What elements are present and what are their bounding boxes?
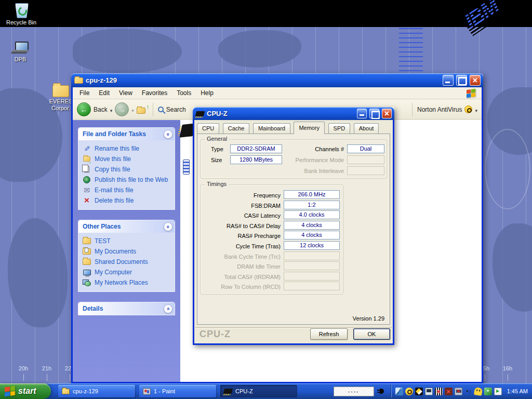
cpuz-maximize-button[interactable] bbox=[369, 109, 379, 118]
liveupdate-icon[interactable] bbox=[415, 388, 423, 395]
taskbar-button-cpuz[interactable]: CPU-Z bbox=[220, 385, 297, 397]
place-my-network[interactable]: My Network Places bbox=[83, 277, 172, 288]
start-button[interactable]: start bbox=[0, 383, 51, 399]
size-value: 1280 MBytes bbox=[230, 155, 282, 164]
folder-icon bbox=[83, 237, 91, 245]
tab-about[interactable]: About bbox=[354, 123, 379, 134]
tab-mainboard[interactable]: Mainboard bbox=[253, 123, 290, 134]
back-dropdown-icon[interactable] bbox=[110, 105, 113, 114]
place-my-computer[interactable]: My Computer bbox=[83, 267, 172, 277]
toolbar-separator bbox=[153, 103, 153, 116]
back-label: Back bbox=[94, 106, 108, 113]
paint-icon bbox=[143, 388, 151, 395]
timing-value bbox=[284, 261, 340, 270]
up-arrow-icon: ↑ bbox=[146, 103, 150, 111]
computer-network-icon[interactable] bbox=[425, 388, 433, 395]
place-my-documents[interactable]: My Documents bbox=[83, 246, 172, 257]
task-delete-file[interactable]: Delete this file bbox=[83, 195, 172, 206]
task-label: Rename this file bbox=[95, 145, 139, 152]
task-publish-file[interactable]: Publish this file to the Web bbox=[83, 175, 172, 185]
refresh-button[interactable]: Refresh bbox=[310, 328, 348, 340]
menu-tools[interactable]: Tools bbox=[172, 89, 196, 97]
menu-favorites[interactable]: Favorites bbox=[137, 89, 172, 97]
cpuz-title: CPU-Z bbox=[207, 110, 354, 117]
task-rename-file[interactable]: Rename this file bbox=[83, 143, 172, 154]
channels-label: Channels # bbox=[300, 145, 344, 154]
expand-chevron-icon[interactable] bbox=[164, 304, 172, 313]
cpuz-window: CPU-Z CPU Cache Mainboard Memory SPD Abo… bbox=[193, 107, 394, 345]
timing-label: FSB:DRAM bbox=[203, 202, 281, 210]
details-header[interactable]: Details bbox=[78, 302, 175, 315]
timings-groupbox: Timings Frequency 266.0 MHz FSB:DRAM 1:2… bbox=[200, 184, 343, 295]
norton-icon bbox=[464, 105, 472, 113]
cpuz-logo: CPU-Z bbox=[200, 329, 231, 340]
memory-tab-panel: General Type DDR2-SDRAM Size 1280 MBytes… bbox=[197, 134, 390, 325]
other-places-header[interactable]: Other Places bbox=[78, 220, 175, 233]
search-label[interactable]: Search bbox=[166, 106, 186, 113]
menu-edit[interactable]: Edit bbox=[94, 89, 114, 97]
close-button[interactable] bbox=[470, 75, 481, 86]
tab-memory[interactable]: Memory bbox=[294, 122, 325, 134]
timing-label: Cycle Time (Tras) bbox=[203, 242, 281, 251]
file-tasks-header[interactable]: File and Folder Tasks bbox=[78, 128, 175, 140]
collapse-chevron-icon[interactable] bbox=[164, 130, 172, 139]
network-disconnected-icon[interactable] bbox=[455, 388, 462, 395]
speaker-icon[interactable] bbox=[464, 388, 472, 395]
norton-antivirus-button[interactable]: Norton AntiVirus bbox=[410, 103, 477, 116]
norton-antivirus-icon[interactable] bbox=[405, 388, 413, 395]
taskbar-button-paint[interactable]: 1 - Paint bbox=[139, 385, 216, 397]
minimize-button[interactable] bbox=[443, 75, 454, 86]
task-email-file[interactable]: E-mail this file bbox=[83, 185, 172, 195]
forward-button[interactable]: → bbox=[115, 102, 129, 116]
folder-icon bbox=[137, 108, 145, 114]
file-tasks-panel: File and Folder Tasks Rename this file →… bbox=[78, 127, 175, 210]
wallpaper-ladder-pattern bbox=[399, 28, 423, 74]
taskbar-button-explorer[interactable]: cpu-z-129 bbox=[58, 385, 135, 397]
menu-view[interactable]: View bbox=[114, 89, 137, 97]
cpuz-close-button[interactable] bbox=[382, 109, 392, 118]
desktop-icon-recycle-bin[interactable]: Recycle Bin bbox=[4, 1, 38, 26]
norton-dropdown-icon bbox=[475, 105, 477, 114]
cpuz-minimize-button[interactable] bbox=[357, 109, 367, 118]
task-copy-file[interactable]: Copy this file bbox=[83, 164, 172, 175]
panel-title: Details bbox=[83, 305, 164, 312]
desktop-icon-dpb[interactable]: DPB bbox=[3, 42, 37, 63]
desktop: 20h 21h 22h 15h 16h IBM Recycle Bin DPB … bbox=[0, 0, 532, 399]
back-button[interactable]: ← bbox=[77, 102, 91, 116]
tab-cache[interactable]: Cache bbox=[223, 123, 250, 134]
zip-file-icon[interactable] bbox=[183, 159, 190, 175]
bank-interleave-label: Bank Interleave bbox=[292, 167, 344, 176]
alert-x-icon[interactable] bbox=[445, 388, 453, 395]
menu-help[interactable]: Help bbox=[196, 89, 218, 97]
timing-value: 1:2 bbox=[284, 201, 340, 209]
icon-label: DPB bbox=[3, 56, 37, 63]
tray-clock: 1:45 AM bbox=[507, 388, 528, 394]
details-panel: Details bbox=[78, 302, 175, 315]
menu-file[interactable]: File bbox=[75, 89, 94, 97]
tab-cpu[interactable]: CPU bbox=[197, 123, 219, 134]
ok-button[interactable]: OK bbox=[353, 328, 390, 340]
panel-title: File and Folder Tasks bbox=[83, 130, 164, 138]
bank-interleave-value bbox=[347, 166, 384, 175]
explorer-title: cpu-z-129 bbox=[86, 76, 440, 84]
task-label: E-mail this file bbox=[95, 187, 134, 194]
collapse-chevron-icon[interactable] bbox=[164, 222, 172, 231]
timing-value: 4.0 clocks bbox=[284, 210, 340, 219]
cpuz-titlebar[interactable]: CPU-Z bbox=[193, 107, 394, 120]
explorer-titlebar[interactable]: cpu-z-129 bbox=[71, 73, 483, 87]
battery-gauge[interactable]: ---- bbox=[334, 387, 374, 396]
up-button[interactable]: ↑ bbox=[137, 105, 148, 114]
power-manager-icon[interactable] bbox=[484, 388, 492, 395]
place-test[interactable]: TEST bbox=[83, 236, 172, 246]
task-label: Delete this file bbox=[95, 197, 134, 204]
access-connections-icon[interactable] bbox=[395, 388, 403, 395]
my-computer-icon bbox=[83, 268, 91, 276]
blocked-media-icon[interactable] bbox=[435, 388, 443, 395]
maximize-button[interactable] bbox=[456, 75, 467, 86]
task-move-file[interactable]: →Move this file bbox=[83, 154, 172, 164]
trackpoint-ghost-icon[interactable] bbox=[474, 387, 483, 396]
email-icon bbox=[83, 186, 91, 194]
presentation-display-icon[interactable] bbox=[494, 388, 502, 395]
place-shared-documents[interactable]: Shared Documents bbox=[83, 257, 172, 267]
tab-spd[interactable]: SPD bbox=[328, 123, 351, 134]
